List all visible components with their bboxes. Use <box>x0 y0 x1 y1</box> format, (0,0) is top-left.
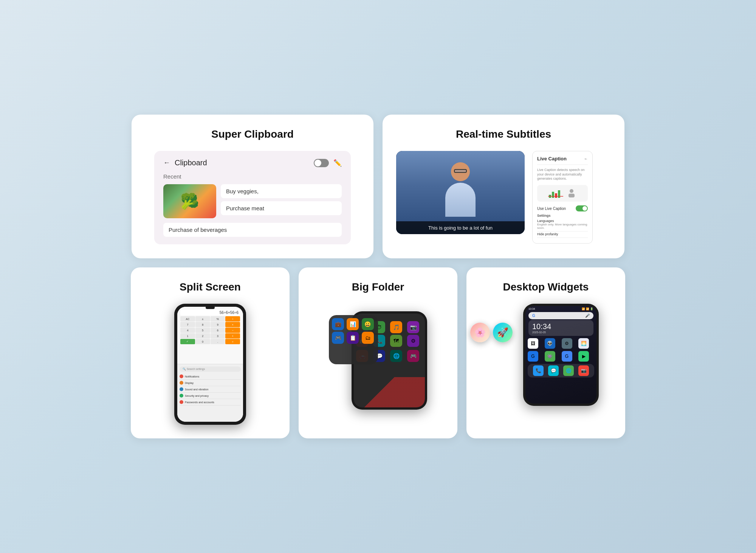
subtitle-bar: This is going to be a lot of fun <box>396 221 525 234</box>
person-silhouette <box>438 162 483 223</box>
widget-settings[interactable]: ⚙ <box>562 338 572 349</box>
display-label: Display <box>185 382 194 384</box>
display-dot <box>180 381 183 385</box>
calc-btn-2[interactable]: 2 <box>195 333 210 339</box>
calc-btn-9[interactable]: 9 <box>211 322 225 327</box>
clipboard-header-icons: ✏️ <box>314 159 342 167</box>
app-icon-8[interactable]: ⚙ <box>407 335 419 347</box>
svg-point-5 <box>570 189 573 193</box>
folder-overlay[interactable]: 💼 📊 😀 🎮 📋 🗂 <box>329 315 378 364</box>
settings-half: 🔍 Search settings Notifications Display … <box>177 364 243 422</box>
clipboard-toggle[interactable] <box>314 159 329 167</box>
settings-search[interactable]: 🔍 Search settings <box>180 367 241 372</box>
live-caption-panel: Live Caption ← Live Caption detects spee… <box>532 151 593 244</box>
calc-btn-3[interactable]: 3 <box>211 333 225 339</box>
mic-icon[interactable]: 🎤 <box>585 314 590 318</box>
settings-item-passwords[interactable]: Passwords and accounts <box>180 399 241 405</box>
calc-btn-6[interactable]: 6 <box>211 328 225 333</box>
folder-grid: 💼 📊 😀 🎮 📋 🗂 <box>332 318 375 344</box>
status-time: 10:34 <box>528 308 535 311</box>
main-container: Super Clipboard ← Clipboard ✏️ Recent <box>113 115 643 438</box>
calc-btn-ac[interactable]: AC <box>180 316 195 322</box>
app-icon-11[interactable]: 🌐 <box>390 350 402 362</box>
calc-btn-0[interactable]: 0 <box>195 339 210 344</box>
settings-item-display[interactable]: Display <box>180 380 241 386</box>
lc-languages-sub: English only. More languages coming soon… <box>537 223 588 230</box>
split-screen-card: Split Screen 56÷6+56÷6 AC ± % ÷ 7 8 <box>131 267 290 438</box>
dock-phone[interactable]: 📞 <box>533 365 544 376</box>
desktop-phone: 10:34 📶 📶 🔋 G 🎤 10:34 2025-02-05 <box>523 304 599 406</box>
edit-icon[interactable]: ✏️ <box>333 159 342 167</box>
calc-btn-8[interactable]: 8 <box>195 322 210 327</box>
widget-google2[interactable]: G <box>562 351 572 362</box>
calc-btn-percent[interactable]: % <box>211 316 225 322</box>
back-arrow-icon[interactable]: ← <box>163 159 170 167</box>
folder-app-2[interactable]: 📊 <box>347 318 359 330</box>
folder-app-3[interactable]: 😀 <box>362 318 374 330</box>
calc-btn-1[interactable]: 1 <box>180 333 195 339</box>
clipboard-item-2[interactable]: Purchase meat <box>221 201 342 215</box>
phone-decoration <box>354 377 425 407</box>
floating-rocket-icon[interactable]: 🚀 <box>493 323 513 342</box>
svg-rect-3 <box>558 190 560 198</box>
calc-btn-7[interactable]: 7 <box>180 322 195 327</box>
app-icon-3[interactable]: 🎵 <box>390 321 402 333</box>
calc-btn-divide[interactable]: ÷ <box>225 316 240 322</box>
video-frame: This is going to be a lot of fun <box>396 151 525 234</box>
status-icons: 📶 📶 🔋 <box>582 308 593 311</box>
lc-person-icon <box>566 188 577 199</box>
lc-toggle[interactable] <box>576 205 588 211</box>
widget-google[interactable]: G <box>528 351 538 362</box>
calc-btn-dot[interactable]: . <box>211 339 225 344</box>
calc-btn-equals[interactable]: = <box>225 339 240 344</box>
clock-time: 10:34 <box>532 322 590 331</box>
app-icon-12[interactable]: 🎮 <box>407 350 419 362</box>
person-head <box>451 162 470 181</box>
desktop-app-grid-1: 🖼 👽 ⚙ 🌅 <box>525 337 596 350</box>
folder-app-5[interactable]: 📋 <box>347 332 359 344</box>
widget-wallpaper[interactable]: 🖼 <box>528 338 538 349</box>
security-label: Security and privacy <box>185 395 209 397</box>
calc-btn-subtract[interactable]: − <box>225 328 240 333</box>
person-body <box>445 183 476 217</box>
floating-photos-icon[interactable]: 🌸 <box>470 323 490 342</box>
widget-photos[interactable]: 🌅 <box>578 338 589 349</box>
settings-item-security[interactable]: Security and privacy <box>180 393 241 399</box>
dock-chrome[interactable]: 🌐 <box>563 365 574 376</box>
super-clipboard-card: Super Clipboard ← Clipboard ✏️ Recent <box>132 115 373 258</box>
desktop-widgets-title: Desktop Widgets <box>503 281 589 293</box>
desktop-screen: 10:34 📶 📶 🔋 G 🎤 10:34 2025-02-05 <box>525 306 596 404</box>
veggie-image: 🥦 <box>163 184 216 218</box>
search-bar[interactable]: G 🎤 <box>528 312 593 319</box>
widget-playstore[interactable]: ▶ <box>578 351 589 362</box>
calc-btn-multiply[interactable]: × <box>225 322 240 327</box>
calc-grid: AC ± % ÷ 7 8 9 × 4 5 6 − 1 <box>180 316 240 344</box>
security-dot <box>180 394 183 398</box>
calc-btn-plusminus[interactable]: ± <box>195 316 210 322</box>
calc-btn-5[interactable]: 5 <box>195 328 210 333</box>
app-icon-4[interactable]: 📷 <box>407 321 419 333</box>
calc-btn-check[interactable]: ✓ <box>180 339 195 344</box>
notifications-label: Notifications <box>185 375 199 378</box>
clipboard-item-3[interactable]: Purchase of beverages <box>163 223 342 237</box>
app-icon-7[interactable]: 🗺 <box>390 335 402 347</box>
dock-messages[interactable]: 💬 <box>548 365 559 376</box>
desktop-widgets-card: Desktop Widgets 🌸 🚀 10:34 📶 📶 🔋 <box>466 267 625 438</box>
dock-camera[interactable]: 📷 <box>578 365 589 376</box>
settings-item-sound[interactable]: Sound and vibration <box>180 386 241 393</box>
realtime-subtitles-card: Real-time Subtitles This is going to be <box>383 115 624 258</box>
widget-alien2[interactable]: 👾 <box>545 351 555 362</box>
lc-hide-profanity-row: Hide profanity <box>537 232 588 238</box>
clipboard-item-1[interactable]: Buy veggies, <box>221 184 342 198</box>
phone-notch <box>206 306 215 309</box>
calc-btn-add[interactable]: + <box>225 333 240 339</box>
passwords-dot <box>180 400 183 404</box>
lc-back-icon[interactable]: ← <box>584 157 588 161</box>
folder-app-6[interactable]: 🗂 <box>362 332 374 344</box>
folder-app-4[interactable]: 🎮 <box>332 332 344 344</box>
calc-btn-4[interactable]: 4 <box>180 328 195 333</box>
folder-app-1[interactable]: 💼 <box>332 318 344 330</box>
widget-alien[interactable]: 👽 <box>545 338 555 349</box>
svg-rect-6 <box>569 194 575 197</box>
settings-item-notifications[interactable]: Notifications <box>180 373 241 380</box>
